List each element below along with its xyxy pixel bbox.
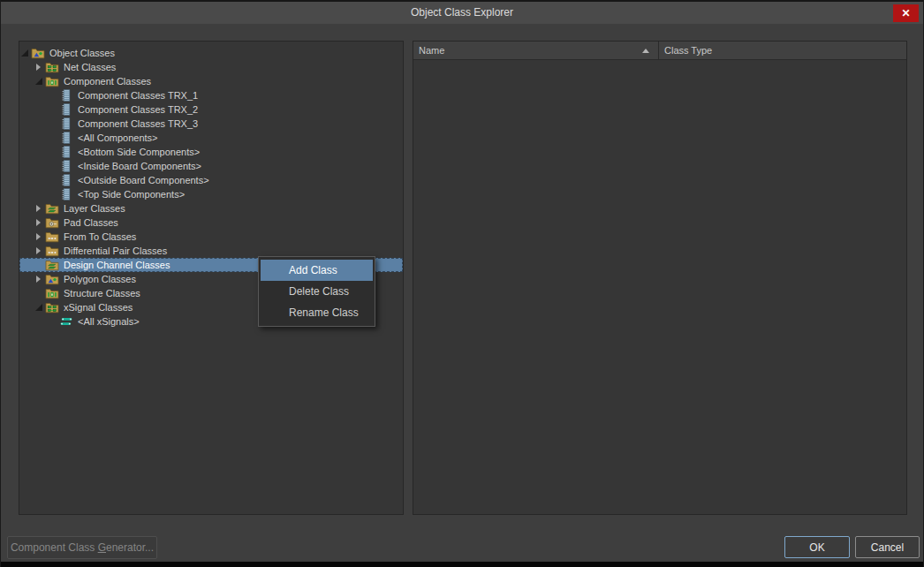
expander-spacer [49,187,59,201]
expander-spacer [49,145,59,159]
title-bar: Object Class Explorer ✕ [1,0,923,24]
expander-spacer [34,258,45,272]
expander-spacer [49,173,59,187]
tree-item-label: Component Classes [63,76,151,87]
tree-item-top-side-components[interactable]: <Top Side Components> [19,187,403,201]
expander-collapsed-icon[interactable] [34,60,45,74]
tree-item-inside-board-components[interactable]: <Inside Board Components> [19,159,403,173]
expander-collapsed-icon[interactable] [34,244,45,258]
tree-item-component-classes-trx-3[interactable]: Component Classes TRX_3 [19,117,403,131]
chip-icon [59,103,73,116]
chip-icon [59,117,73,130]
tree-item-label: Object Classes [49,48,115,58]
folder-net-icon [45,61,59,73]
expander-collapsed-icon[interactable] [34,272,45,286]
tree-item-net-classes[interactable]: Net Classes [19,60,403,74]
close-icon: ✕ [901,7,910,19]
xsignal-icon [59,315,73,328]
tree-item-label: Component Classes TRX_1 [77,90,198,101]
tree-item-label: <Top Side Components> [77,189,185,200]
folder-component-icon [45,287,59,299]
tree-item-label: <Bottom Side Components> [77,147,200,157]
tree-item-outside-board-components[interactable]: <Outside Board Components> [19,173,403,187]
tree-item-component-classes-trx-2[interactable]: Component Classes TRX_2 [19,102,403,117]
class-members-panel: Name Class Type [413,41,907,515]
object-class-explorer-dialog: Object Class Explorer ✕ Object ClassesNe… [0,0,924,567]
chip-icon [59,160,73,172]
folder-pad-icon [45,216,59,229]
tree-item-label: Component Classes TRX_2 [77,104,198,115]
context-menu: Add ClassDelete ClassRename Class [258,256,375,327]
folder-net-icon [45,301,59,314]
expander-spacer [34,286,45,300]
folder-object-icon [45,273,59,285]
tree-item-component-classes[interactable]: Component Classes [19,74,403,88]
chip-icon [59,146,73,158]
tree-item-all-components[interactable]: <All Components> [19,131,403,145]
expander-spacer [49,159,59,173]
expander-collapsed-icon[interactable] [34,201,45,215]
tree-item-component-classes-trx-1[interactable]: Component Classes TRX_1 [19,88,403,102]
menu-item-add-class[interactable]: Add Class [261,260,373,281]
tree-item-label: <All Components> [77,132,158,143]
tree-item-from-to-classes[interactable]: From To Classes [19,230,403,244]
tree-item-label: xSignal Classes [63,302,133,313]
folder-layer-icon [45,259,59,271]
expander-spacer [49,314,59,329]
chip-icon [59,174,73,186]
component-class-generator-button[interactable]: Component Class Generator... [7,536,157,559]
tree-item-label: From To Classes [63,231,136,242]
expander-expanded-icon[interactable] [34,74,45,88]
tree-item-pad-classes[interactable]: Pad Classes [19,215,403,230]
folder-fromto-icon [45,231,59,243]
expander-collapsed-icon[interactable] [34,215,45,230]
folder-component-icon [45,75,59,87]
tree-item-label: Design Channel Classes [63,260,170,270]
expander-spacer [49,102,59,117]
chip-icon [59,188,73,200]
tree-item-label: Pad Classes [63,217,118,228]
chip-icon [59,132,73,144]
menu-item-rename-class[interactable]: Rename Class [261,302,373,323]
expander-spacer [49,131,59,145]
folder-layer-icon [45,202,59,215]
tree-item-label: <Inside Board Components> [77,161,201,171]
window-bottom-edge [1,562,923,567]
tree-item-label: Layer Classes [63,203,125,214]
sort-ascending-icon [642,49,649,53]
folder-object-icon [31,47,45,59]
expander-expanded-icon[interactable] [34,300,45,314]
tree-item-label: Polygon Classes [63,274,136,284]
tree-item-label: <All xSignals> [77,316,140,327]
column-header-name[interactable]: Name [413,42,659,59]
tree-item-label: Structure Classes [63,288,140,299]
tree-item-label: <Outside Board Components> [77,175,209,185]
chip-icon [59,89,73,102]
expander-spacer [49,88,59,102]
tree-item-layer-classes[interactable]: Layer Classes [19,201,403,215]
tree-item-label: Net Classes [63,62,116,72]
cancel-button[interactable]: Cancel [855,536,920,558]
tree-item-label: Differential Pair Classes [63,246,167,256]
expander-spacer [49,117,59,131]
expander-collapsed-icon[interactable] [34,230,45,244]
expander-expanded-icon[interactable] [20,46,31,60]
menu-item-delete-class[interactable]: Delete Class [261,281,373,302]
close-button[interactable]: ✕ [893,4,919,22]
tree-item-label: Component Classes TRX_3 [77,118,198,129]
page-title: Object Class Explorer [1,2,923,24]
column-header-class-type[interactable]: Class Type [659,42,906,59]
tree-item-bottom-side-components[interactable]: <Bottom Side Components> [19,145,403,159]
folder-fromto-icon [45,245,59,257]
ok-button[interactable]: OK [784,536,850,558]
table-header: Name Class Type [413,42,906,60]
tree-item-object-classes[interactable]: Object Classes [19,46,403,60]
